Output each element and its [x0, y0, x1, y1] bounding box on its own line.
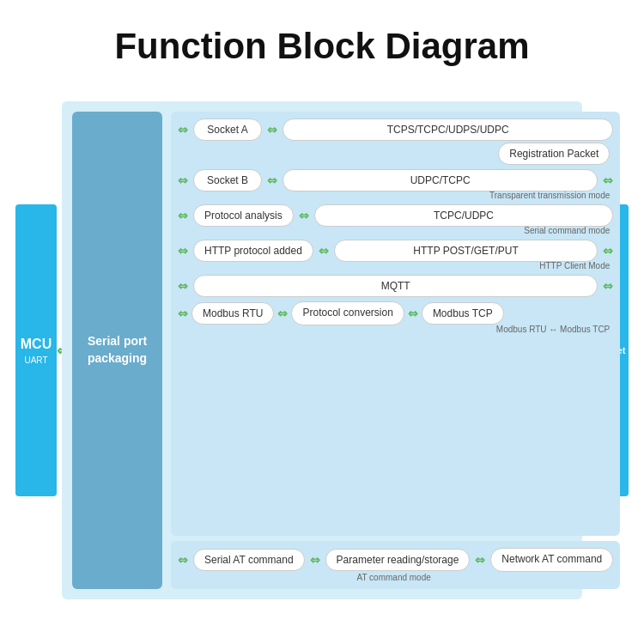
arrow-bottom-mid: ⇔ — [310, 553, 320, 567]
arrow-http-right: ⇔ — [319, 244, 329, 258]
socket-a-right-box: TCPS/TCPC/UDPS/UDPC — [283, 118, 613, 141]
arrow-socket-b-left: ⇔ — [178, 173, 188, 187]
registration-packet-box: Registration Packet — [498, 143, 610, 165]
protocol-analysis-sublabel: Serial command mode — [178, 226, 613, 235]
arrow-modbus-right: ⇔ — [408, 307, 418, 320]
socket-b-right-box: UDPC/TCPC — [283, 169, 598, 191]
socket-b-box: Socket B — [193, 169, 262, 191]
serial-port-block: Serial port packaging — [72, 112, 162, 589]
protocol-analysis-row: ⇔ Protocol analysis ⇔ TCPC/UDPC — [178, 204, 613, 227]
diagram-wrapper: MCU UART WiFi/Ethernetport ⇔ ⇔ Serial po… — [0, 84, 644, 617]
mqtt-group: ⇔ MQTT ⇔ — [178, 275, 613, 297]
arrow-modbus-mid: ⇔ — [277, 307, 288, 320]
modbus-group: ⇔ Modbus RTU ⇔ Protocol conversion ⇔ Mod… — [178, 301, 613, 334]
bottom-sublabel: AT command mode — [356, 573, 434, 582]
protocol-analysis-group: ⇔ Protocol analysis ⇔ TCPC/UDPC Serial c… — [178, 204, 613, 235]
arrow-http-far-right: ⇔ — [603, 244, 613, 258]
right-area: ⇔ Socket A ⇔ TCPS/TCPC/UDPS/UDPC Registr… — [171, 112, 620, 589]
protocol-analysis-box: Protocol analysis — [193, 204, 294, 227]
http-protocol-right-box: HTTP POST/GET/PUT — [334, 240, 598, 262]
arrow-modbus-left: ⇔ — [178, 307, 188, 320]
arrow-socket-b-right: ⇔ — [267, 173, 277, 187]
modbus-rtu-box: Modbus RTU — [191, 302, 274, 325]
mqtt-box: MQTT — [193, 275, 598, 297]
registration-row: Registration Packet — [178, 143, 613, 165]
http-protocol-row: ⇔ HTTP protocol added ⇔ HTTP POST/GET/PU… — [178, 240, 613, 262]
serial-at-box: Serial AT command — [193, 549, 305, 571]
mcu-label: MCU — [21, 337, 52, 352]
arrow-protocol-right: ⇔ — [299, 209, 309, 222]
arrow-socket-a-left: ⇔ — [178, 123, 188, 137]
socket-a-box: Socket A — [193, 118, 262, 141]
arrow-http-left: ⇔ — [178, 244, 188, 258]
socket-b-sublabel: Transparent transmission mode — [178, 191, 613, 200]
serial-port-label: Serial port packaging — [79, 333, 155, 367]
http-protocol-group: ⇔ HTTP protocol added ⇔ HTTP POST/GET/PU… — [178, 240, 613, 270]
arrow-bottom-left: ⇔ — [178, 553, 188, 567]
page-title: Function Block Diagram — [0, 0, 644, 84]
inner-area: ⇔ Socket A ⇔ TCPS/TCPC/UDPS/UDPC Registr… — [171, 112, 620, 536]
protocol-analysis-right-box: TCPC/UDPC — [314, 204, 614, 227]
modbus-tcp-box: Modbus TCP — [422, 302, 504, 325]
param-reading-box: Parameter reading/storage — [325, 549, 471, 571]
mcu-block: MCU UART — [15, 204, 57, 496]
arrow-mqtt-right: ⇔ — [603, 279, 613, 293]
network-at-box: Network AT command — [490, 548, 613, 572]
socket-a-group: ⇔ Socket A ⇔ TCPS/TCPC/UDPS/UDPC Registr… — [178, 118, 613, 165]
uart-label: UART — [24, 355, 47, 365]
mqtt-row: ⇔ MQTT ⇔ — [178, 275, 613, 297]
bottom-row: ⇔ Serial AT command ⇔ Parameter reading/… — [171, 541, 620, 589]
main-container: Serial port packaging ⇔ Socket A ⇔ TCPS/… — [62, 101, 582, 599]
http-protocol-sublabel: HTTP Client Mode — [178, 261, 613, 270]
bottom-boxes: ⇔ Serial AT command ⇔ Parameter reading/… — [178, 548, 613, 572]
socket-b-row: ⇔ Socket B ⇔ UDPC/TCPC ⇔ — [178, 169, 613, 191]
arrow-mqtt-left: ⇔ — [178, 279, 188, 293]
http-protocol-box: HTTP protocol added — [193, 240, 313, 262]
socket-b-group: ⇔ Socket B ⇔ UDPC/TCPC ⇔ Transparent tra… — [178, 169, 613, 200]
modbus-row: ⇔ Modbus RTU ⇔ Protocol conversion ⇔ Mod… — [178, 301, 613, 325]
modbus-conversion-box: Protocol conversion — [291, 301, 404, 325]
socket-a-row: ⇔ Socket A ⇔ TCPS/TCPC/UDPS/UDPC — [178, 118, 613, 141]
arrow-bottom-right: ⇔ — [475, 553, 485, 567]
arrow-socket-a-right: ⇔ — [267, 123, 277, 137]
arrow-protocol-left: ⇔ — [178, 209, 188, 222]
modbus-sublabel: Modbus RTU ↔ Modbus TCP — [178, 325, 613, 334]
arrow-socket-b-far-right: ⇔ — [603, 173, 613, 187]
